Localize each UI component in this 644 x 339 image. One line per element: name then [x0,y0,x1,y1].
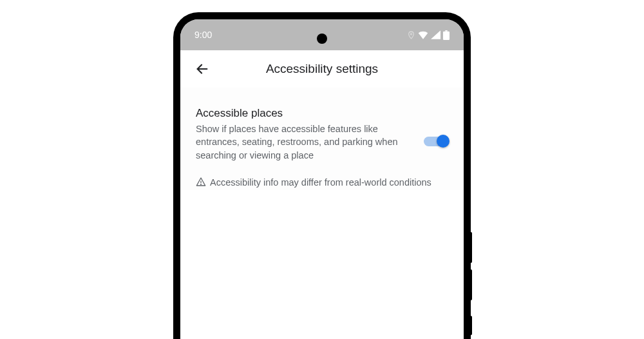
location-icon [407,31,415,39]
svg-rect-1 [443,31,450,39]
phone-frame: 9:00 Accessibility sett [174,13,470,339]
svg-rect-2 [445,30,447,32]
arrow-left-icon [195,62,209,76]
accessible-places-row[interactable]: Accessible places Show if places have ac… [196,107,448,162]
settings-content: Accessible places Show if places have ac… [180,88,464,190]
setting-description: Show if places have accessible features … [196,122,412,162]
disclaimer-text: Accessibility info may differ from real-… [210,176,431,189]
warning-icon [196,177,206,190]
back-button[interactable] [192,59,213,79]
volume-up-button [469,232,472,263]
status-time: 9:00 [194,30,212,40]
app-bar: Accessibility settings [180,50,464,88]
phone-screen: 9:00 Accessibility sett [180,19,464,339]
accessible-places-toggle[interactable] [424,134,448,148]
disclaimer-row: Accessibility info may differ from real-… [196,176,448,190]
camera-notch [317,34,327,44]
setting-title: Accessible places [196,107,412,120]
toggle-thumb [437,135,450,148]
power-button [469,316,472,335]
svg-point-5 [201,184,202,184]
wifi-icon [418,30,428,39]
page-title: Accessibility settings [266,62,378,76]
svg-point-0 [410,33,412,34]
volume-down-button [469,269,472,300]
battery-icon [443,30,450,40]
signal-icon [431,30,440,39]
